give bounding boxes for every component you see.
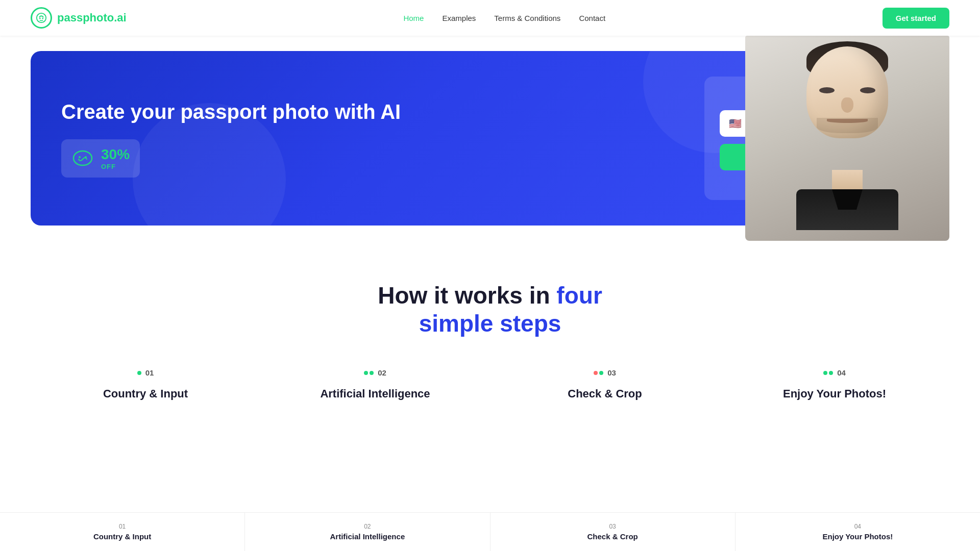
svg-point-1 [39, 18, 41, 19]
svg-point-3 [74, 151, 92, 165]
discount-percent: 30% [101, 146, 130, 163]
step-4-dot-2 [829, 371, 833, 375]
step-2-num: 02 [378, 368, 386, 377]
nav-link-home[interactable]: Home [403, 14, 424, 22]
step-1-label: Country & Input [103, 387, 188, 400]
step-1-number-row: 01 [137, 368, 154, 377]
shield-icon [72, 148, 93, 168]
how-it-works-section: How it works in foursimple steps 01 Coun… [0, 241, 980, 431]
step-3-number-row: 03 [594, 368, 616, 377]
badge-text: 30% OFF [101, 146, 130, 170]
step-4-label: Enjoy Your Photos! [783, 387, 886, 400]
logo[interactable]: passphoto.ai [31, 7, 127, 29]
hero-title: Create your passport photo with AI [61, 99, 674, 124]
step-4-num: 04 [837, 368, 846, 377]
nav-cta-button[interactable]: Get started [883, 8, 949, 29]
step-4-dot-1 [823, 371, 827, 375]
badge-icon [71, 147, 94, 169]
nav-links: Home Examples Terms & Conditions Contact [403, 14, 605, 22]
nav-link-terms[interactable]: Terms & Conditions [494, 14, 560, 22]
steps-row: 01 Country & Input 02 Artificial Intelli… [31, 368, 949, 400]
man-head [806, 46, 888, 138]
nav-link-contact[interactable]: Contact [579, 14, 605, 22]
nav-link-examples[interactable]: Examples [442, 14, 476, 22]
man-shoulders [796, 189, 898, 230]
step-2-number-row: 02 [364, 368, 386, 377]
step-2-dots [364, 371, 374, 375]
step-2-dot-1 [364, 371, 368, 375]
how-title: How it works in foursimple steps [31, 282, 949, 338]
country-flag: 🇺🇸 [729, 117, 742, 130]
svg-point-5 [85, 156, 87, 158]
step-4: 04 Enjoy Your Photos! [720, 368, 949, 400]
step-2-label: Artificial Intelligence [320, 387, 430, 400]
hero-section: Create your passport photo with AI 30% O… [0, 36, 980, 241]
hero-left: Create your passport photo with AI 30% O… [61, 99, 674, 178]
step-1-dot [137, 371, 141, 375]
step-3-label: Check & Crop [568, 387, 642, 400]
logo-icon [31, 7, 52, 29]
svg-point-0 [37, 13, 46, 22]
step-1: 01 Country & Input [31, 368, 260, 400]
step-2: 02 Artificial Intelligence [260, 368, 490, 400]
man-neck [832, 170, 863, 190]
hero-photo-inner [745, 36, 949, 241]
step-1-num: 01 [145, 368, 154, 377]
logo-text: passphoto.ai [57, 11, 127, 24]
step-3-dot-1 [594, 371, 598, 375]
svg-point-4 [79, 156, 81, 158]
step-3-dot-2 [599, 371, 603, 375]
step-3-dots [594, 371, 603, 375]
step-1-dots [137, 371, 141, 375]
man-figure [745, 36, 949, 241]
hero-photo [745, 36, 949, 241]
logo-svg [36, 12, 47, 23]
step-4-number-row: 04 [823, 368, 846, 377]
step-3: 03 Check & Crop [490, 368, 720, 400]
discount-off: OFF [101, 163, 130, 170]
step-3-num: 03 [607, 368, 616, 377]
step-4-dots [823, 371, 833, 375]
how-title-part1: How it works in [378, 282, 556, 309]
discount-badge: 30% OFF [61, 139, 140, 178]
step-2-dot-2 [370, 371, 374, 375]
svg-point-2 [42, 18, 43, 19]
navbar: passphoto.ai Home Examples Terms & Condi… [0, 0, 980, 36]
